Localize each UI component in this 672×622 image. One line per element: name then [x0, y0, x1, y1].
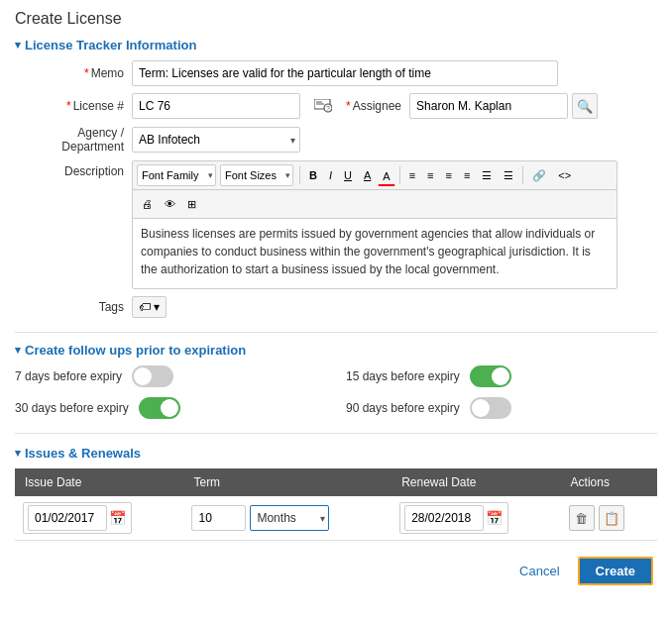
th-actions: Actions	[561, 468, 657, 496]
license-tracker-section: ▾ License Tracker Information *Memo *Lic…	[15, 38, 657, 318]
followup-90days-toggle[interactable]	[470, 397, 511, 419]
followup-15days-toggle[interactable]	[470, 365, 511, 387]
renewals-thead: Issue Date Term Renewal Date Actions	[15, 468, 657, 496]
memo-label: *Memo	[15, 66, 124, 80]
issue-date-cell: 📅	[15, 496, 183, 541]
followup-90days: 90 days before expiry	[346, 397, 657, 419]
issue-date-input[interactable]	[28, 505, 107, 531]
followup-30days-toggle[interactable]	[139, 397, 180, 419]
agency-label: Agency / Department	[15, 126, 124, 154]
term-unit-wrap: Months ▾	[250, 505, 329, 531]
renewals-header-row: Issue Date Term Renewal Date Actions	[15, 468, 657, 496]
assignee-input[interactable]	[409, 93, 568, 119]
divider-1	[15, 332, 657, 333]
assignee-input-group: 🔍	[409, 93, 598, 119]
font-family-wrap: Font Family ▾	[137, 164, 216, 186]
underline-button[interactable]: U	[339, 164, 357, 186]
followups-section: ▾ Create follow ups prior to expiration …	[15, 343, 657, 419]
followup-7days-toggle[interactable]	[132, 365, 173, 387]
table-row: 📅 Months ▾	[15, 496, 657, 541]
print-button[interactable]: 🖨	[137, 193, 158, 215]
link-button[interactable]: 🔗	[527, 164, 551, 186]
assignee-icon: ?	[308, 99, 338, 113]
actions-cell: 🗑 📋	[561, 496, 657, 541]
followup-15days-label: 15 days before expiry	[346, 369, 460, 383]
term-cell: Months ▾	[183, 496, 392, 541]
followups-toggle[interactable]: ▾ Create follow ups prior to expiration	[15, 343, 657, 358]
tags-button[interactable]: 🏷 ▾	[132, 296, 167, 318]
underline-color-button[interactable]: A	[359, 164, 376, 186]
actions-group: 🗑 📋	[569, 505, 649, 531]
renewals-tbody: 📅 Months ▾	[15, 496, 657, 541]
term-group: Months ▾	[191, 505, 384, 531]
list-ordered-button[interactable]: ☰	[499, 164, 518, 186]
renewal-date-wrap: 📅	[399, 502, 508, 534]
license-tracker-toggle[interactable]: ▾ License Tracker Information	[15, 38, 657, 52]
font-family-select[interactable]: Font Family	[137, 164, 216, 186]
toolbar-sep-2	[399, 166, 400, 184]
issues-renewals-toggle[interactable]: ▾ Issues & Renewals	[15, 446, 657, 461]
code-button[interactable]: <>	[553, 164, 576, 186]
issue-date-calendar-icon[interactable]: 📅	[109, 510, 126, 526]
followup-90days-label: 90 days before expiry	[346, 401, 460, 415]
toolbar-sep-1	[299, 166, 300, 184]
desc-toolbar-row2: 🖨 👁 ⊞	[133, 190, 616, 219]
license-input[interactable]	[132, 93, 300, 119]
align-left-button[interactable]: ≡	[404, 164, 420, 186]
memo-row: *Memo	[15, 60, 657, 86]
description-editor: Font Family ▾ Font Sizes ▾ B I U A A ≡	[132, 160, 617, 289]
memo-input[interactable]	[132, 60, 558, 86]
italic-button[interactable]: I	[324, 164, 337, 186]
term-unit-select[interactable]: Months	[250, 505, 329, 531]
followup-30days: 30 days before expiry	[15, 397, 326, 419]
cancel-button[interactable]: Cancel	[509, 557, 569, 585]
preview-button[interactable]: 👁	[160, 193, 180, 215]
font-color-button[interactable]: A	[378, 164, 394, 186]
assignee-label: *Assignee	[346, 99, 401, 113]
renewal-date-calendar-icon[interactable]: 📅	[486, 510, 503, 526]
assignee-search-button[interactable]: 🔍	[572, 93, 598, 119]
description-content[interactable]: Business licenses are permits issued by …	[133, 219, 616, 288]
delete-row-button[interactable]: 🗑	[569, 505, 595, 531]
tags-row: Tags 🏷 ▾	[15, 296, 657, 318]
license-label: *License #	[15, 99, 124, 113]
renewal-date-input[interactable]	[404, 505, 484, 531]
create-button[interactable]: Create	[578, 557, 653, 585]
description-label: Description	[15, 160, 124, 178]
agency-select[interactable]: AB Infotech	[132, 127, 300, 153]
renewal-date-cell: 📅	[392, 496, 560, 541]
followup-7days-label: 7 days before expiry	[15, 369, 122, 383]
font-sizes-select[interactable]: Font Sizes	[220, 164, 293, 186]
license-tracker-label: License Tracker Information	[25, 38, 196, 52]
term-input[interactable]	[191, 505, 246, 531]
description-row: Description Font Family ▾ Font Sizes ▾ B	[15, 160, 657, 289]
list-bullet-button[interactable]: ☰	[477, 164, 497, 186]
followup-90days-knob	[472, 399, 490, 417]
issues-renewals-chevron-icon: ▾	[15, 447, 21, 460]
divider-2	[15, 433, 657, 434]
bottom-bar: Cancel Create	[15, 557, 657, 585]
license-assignee-row: *License # ? *Assignee 🔍	[15, 93, 657, 119]
align-right-button[interactable]: ≡	[441, 164, 457, 186]
table-button[interactable]: ⊞	[182, 193, 201, 215]
bold-button[interactable]: B	[304, 164, 322, 186]
followups-grid: 7 days before expiry 15 days before expi…	[15, 365, 657, 419]
issues-renewals-section: ▾ Issues & Renewals Issue Date Term Rene…	[15, 446, 657, 541]
followup-7days: 7 days before expiry	[15, 365, 326, 387]
followup-30days-knob	[161, 399, 178, 417]
renewals-table: Issue Date Term Renewal Date Actions 📅	[15, 468, 657, 541]
followup-30days-label: 30 days before expiry	[15, 401, 129, 415]
agency-select-wrap: AB Infotech ▾	[132, 127, 300, 153]
align-center-button[interactable]: ≡	[422, 164, 438, 186]
copy-row-button[interactable]: 📋	[599, 505, 624, 531]
chevron-icon: ▾	[15, 39, 21, 52]
desc-toolbar-row1: Font Family ▾ Font Sizes ▾ B I U A A ≡	[133, 161, 616, 190]
issue-date-wrap: 📅	[23, 502, 132, 534]
justify-button[interactable]: ≡	[459, 164, 475, 186]
tags-dropdown-icon: ▾	[154, 300, 160, 314]
tags-label: Tags	[15, 300, 124, 314]
page-title: Create License	[15, 10, 657, 28]
svg-text:?: ?	[326, 105, 330, 112]
toolbar-sep-3	[522, 166, 523, 184]
font-sizes-wrap: Font Sizes ▾	[220, 164, 293, 186]
